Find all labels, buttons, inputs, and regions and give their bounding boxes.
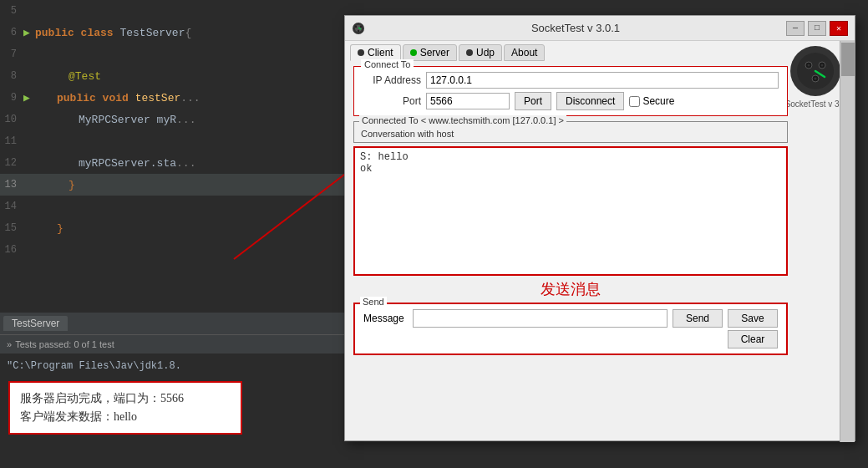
socket-titlebar: SocketTest v 3.0.1 — □ ✕ bbox=[345, 16, 855, 41]
console-line-1: "C:\Program Files\Jav\jdk1.8. bbox=[7, 359, 340, 374]
save-button[interactable]: Save bbox=[728, 309, 778, 328]
socket-body: Connect To IP Address Port Port Disconne… bbox=[345, 61, 855, 360]
conversation-line-2: ok bbox=[360, 163, 781, 175]
socket-window: SocketTest v 3.0.1 — □ ✕ Client Server U… bbox=[344, 15, 855, 441]
svg-point-12 bbox=[821, 64, 824, 67]
code-line-5: 5 bbox=[0, 0, 347, 22]
window-controls: — □ ✕ bbox=[786, 21, 848, 36]
send-button[interactable]: Send bbox=[673, 309, 723, 328]
message-label: Message bbox=[363, 313, 404, 324]
send-section-label: Send bbox=[360, 297, 387, 307]
action-buttons: Save Clear bbox=[728, 309, 778, 348]
tab-server[interactable]: Server bbox=[403, 44, 457, 61]
port-input[interactable] bbox=[426, 93, 510, 109]
file-tab-area: TestServer bbox=[0, 313, 347, 334]
message-input[interactable] bbox=[413, 309, 667, 328]
console-area: "C:\Program Files\Jav\jdk1.8. bbox=[0, 354, 347, 379]
port-label: Port bbox=[363, 95, 421, 107]
code-line-6: 6 ▶ public class TestServer{ bbox=[0, 22, 347, 43]
conversation-with-host-label: Conversation with host bbox=[361, 129, 780, 139]
secure-checkbox[interactable] bbox=[629, 96, 640, 107]
ip-row: IP Address bbox=[363, 72, 779, 89]
run-arrow-6: ▶ bbox=[23, 26, 35, 39]
scrollbar-thumb bbox=[841, 43, 855, 76]
code-line-12: 12 myRPCServer.sta... bbox=[0, 152, 347, 174]
conversation-line-1: S: hello bbox=[360, 151, 781, 163]
svg-point-4 bbox=[355, 25, 357, 27]
socket-title: SocketTest v 3.0.1 bbox=[365, 22, 786, 34]
tab-client[interactable]: Client bbox=[350, 44, 401, 61]
sockettest-app-icon bbox=[352, 22, 365, 35]
svg-point-5 bbox=[360, 25, 362, 27]
code-line-16: 16 bbox=[0, 239, 347, 261]
client-tab-dot bbox=[358, 49, 364, 56]
conversation-box[interactable]: S: hello ok bbox=[353, 146, 788, 276]
svg-point-6 bbox=[358, 29, 359, 31]
minimize-button[interactable]: — bbox=[786, 21, 805, 36]
clear-button[interactable]: Clear bbox=[728, 330, 778, 348]
code-line-14: 14 bbox=[0, 196, 347, 217]
socket-tabs: Client Server Udp About bbox=[345, 41, 855, 61]
logo-area: SocketTest v 3.0 bbox=[785, 46, 846, 109]
double-arrow-icon: » bbox=[7, 339, 12, 349]
test-status-text: Tests passed: 0 of 1 test bbox=[15, 339, 114, 349]
code-line-7: 7 bbox=[0, 43, 347, 65]
secure-label: Secure bbox=[642, 95, 674, 107]
code-line-9: 9 ▶ public void testSer... bbox=[0, 87, 347, 109]
ip-label: IP Address bbox=[363, 74, 421, 86]
send-message-label: 发送消息 bbox=[353, 279, 788, 299]
connected-to-label: Connected To < www.techsmith.com [127.0.… bbox=[359, 115, 566, 125]
run-arrow-9: ▶ bbox=[23, 91, 35, 104]
port-row: Port Port Disconnect Secure bbox=[363, 92, 779, 110]
connected-to-section: Connected To < www.techsmith.com [127.0.… bbox=[353, 121, 788, 143]
code-line-8: 8 @Test bbox=[0, 65, 347, 87]
ip-input[interactable] bbox=[426, 72, 779, 89]
send-section: Send Message Send Save Clear bbox=[353, 303, 788, 355]
tab-about[interactable]: About bbox=[504, 44, 545, 61]
send-row: Message Send bbox=[363, 309, 723, 328]
udp-tab-dot bbox=[466, 49, 473, 56]
annotation-line1: 服务器启动完成，端口为：5566 bbox=[20, 389, 231, 408]
svg-point-10 bbox=[808, 64, 810, 67]
connect-to-label: Connect To bbox=[361, 59, 414, 69]
sockettest-version-label: SocketTest v 3.0 bbox=[785, 99, 846, 109]
annotation-box: 服务器启动完成，端口为：5566 客户端发来数据：hello bbox=[8, 381, 242, 435]
secure-checkbox-row: Secure bbox=[629, 95, 674, 107]
code-line-11: 11 bbox=[0, 130, 347, 152]
code-line-10: 10 MyRPCServer myR... bbox=[0, 109, 347, 130]
code-line-13: 13 } bbox=[0, 174, 347, 196]
tab-udp[interactable]: Udp bbox=[459, 44, 502, 61]
svg-point-14 bbox=[815, 78, 817, 80]
right-scrollbar[interactable] bbox=[840, 41, 855, 442]
code-line-15: 15 } bbox=[0, 217, 347, 239]
sockettest-logo bbox=[790, 46, 840, 96]
port-button[interactable]: Port bbox=[515, 92, 551, 110]
close-button[interactable]: ✕ bbox=[830, 21, 848, 36]
server-tab-dot bbox=[410, 49, 417, 56]
restore-button[interactable]: □ bbox=[808, 21, 826, 36]
annotation-line2: 客户端发来数据：hello bbox=[20, 408, 231, 426]
test-status-bar: » Tests passed: 0 of 1 test bbox=[0, 335, 347, 354]
disconnect-button[interactable]: Disconnect bbox=[556, 92, 624, 110]
file-tab-testserver[interactable]: TestServer bbox=[3, 316, 68, 331]
connect-to-section: Connect To IP Address Port Port Disconne… bbox=[353, 66, 788, 116]
